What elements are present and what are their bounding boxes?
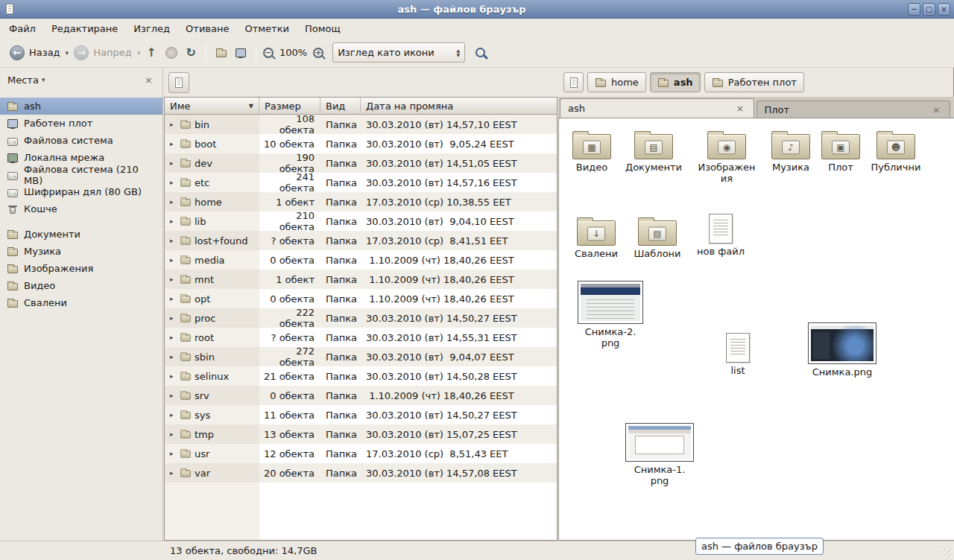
file-row[interactable]: ▸ media 0 обекта Папка 1.10.2009 (чт) 18…: [165, 250, 557, 270]
zoom-in-button[interactable]: +: [313, 48, 323, 58]
expander-icon[interactable]: ▸: [170, 353, 177, 360]
sidebar-item[interactable]: Файлова система (210 MB): [0, 166, 162, 183]
pathbar-button[interactable]: Работен плот: [704, 72, 804, 92]
sidebar-item[interactable]: Документи: [0, 226, 162, 243]
icon-view-item[interactable]: ◉ Изображен ия: [694, 129, 759, 184]
file-row[interactable]: ▸ mnt 1 обект Папка 1.10.2009 (чт) 18,40…: [165, 270, 557, 289]
titlebar[interactable]: ash — файлов браузър ─ □ ×: [0, 0, 954, 19]
column-header[interactable]: Размер: [259, 98, 320, 115]
file-row[interactable]: ▸ selinux 21 обекта Папка 30.03.2010 (вт…: [165, 366, 557, 386]
file-row[interactable]: ▸ opt 0 обекта Папка 1.10.2009 (чт) 18,4…: [165, 289, 557, 308]
file-row[interactable]: ▸ var 20 обекта Папка 30.03.2010 (вт) 14…: [165, 463, 557, 483]
location-toggle-button[interactable]: [168, 72, 189, 93]
file-row[interactable]: ▸ boot 10 обекта Папка 30.03.2010 (вт) 9…: [165, 134, 557, 153]
expander-icon[interactable]: ▸: [170, 276, 177, 283]
home-button[interactable]: [212, 44, 231, 62]
menu-item[interactable]: Изглед: [132, 22, 171, 36]
forward-history-dropdown-icon[interactable]: ▾: [136, 46, 142, 60]
close-button[interactable]: ×: [938, 3, 950, 16]
sidebar-item[interactable]: Видео: [0, 277, 162, 294]
forward-button[interactable]: → Напред: [70, 42, 135, 63]
caret-down-icon[interactable]: ▾: [42, 76, 45, 83]
pathbar-button[interactable]: home: [587, 72, 646, 92]
menu-item[interactable]: Редактиране: [50, 22, 119, 36]
icon-view-item[interactable]: ▤ Документи: [621, 129, 686, 173]
maximize-button[interactable]: □: [923, 3, 935, 16]
tab[interactable]: ash ×: [560, 98, 754, 118]
expander-icon[interactable]: ▸: [170, 217, 177, 225]
expander-icon[interactable]: ▸: [170, 256, 177, 264]
sidebar-item[interactable]: Свалени: [0, 294, 162, 311]
column-header[interactable]: Вид: [320, 98, 361, 115]
icon-view-item[interactable]: Снимка-1. png: [622, 423, 697, 486]
icon-view-item[interactable]: Снимка-2. png: [575, 281, 646, 349]
file-row[interactable]: ▸ sys 11 обекта Папка 30.03.2010 (вт) 14…: [165, 405, 557, 424]
expander-icon[interactable]: ▸: [170, 314, 177, 322]
file-row[interactable]: ▸ lost+found ? обекта Папка 17.03.2010 (…: [165, 231, 557, 250]
tab[interactable]: Плот ×: [756, 101, 951, 118]
icon-view-item[interactable]: ↓ Свалени: [563, 215, 629, 259]
file-row[interactable]: ▸ sbin 272 обекта Папка 30.03.2010 (вт) …: [165, 347, 557, 366]
menu-item[interactable]: Файл: [7, 22, 37, 36]
expander-icon[interactable]: ▸: [170, 159, 177, 167]
expander-icon[interactable]: ▸: [170, 237, 177, 244]
tab-close-icon[interactable]: ×: [931, 105, 942, 115]
file-row[interactable]: ▸ lib 210 обекта Папка 30.03.2010 (вт) 9…: [165, 211, 557, 231]
file-row[interactable]: ▸ usr 12 обекта Папка 17.03.2010 (ср) 8,…: [165, 444, 557, 463]
icon-view-item[interactable]: нов файл: [688, 214, 754, 257]
sidebar-close-button[interactable]: ×: [142, 74, 155, 86]
sidebar-item[interactable]: Шифриран дял (80 GB): [0, 183, 162, 200]
expander-icon[interactable]: ▸: [170, 392, 177, 399]
expander-icon[interactable]: ▸: [170, 372, 177, 380]
up-button[interactable]: ↑: [142, 45, 160, 60]
file-row[interactable]: ▸ dev 190 обекта Папка 30.03.2010 (вт) 1…: [165, 153, 557, 173]
expander-icon[interactable]: ▸: [170, 179, 177, 186]
file-row[interactable]: ▸ root ? обекта Папка 30.03.2010 (вт) 14…: [165, 328, 557, 347]
expander-icon[interactable]: ▸: [170, 450, 177, 457]
pathbar-button[interactable]: ash: [650, 72, 701, 92]
menu-item[interactable]: Помощ: [303, 22, 342, 36]
expander-icon[interactable]: ▸: [170, 469, 177, 477]
file-row[interactable]: ▸ srv 0 обекта Папка 1.10.2009 (чт) 18,4…: [165, 386, 557, 405]
search-icon[interactable]: [476, 48, 485, 57]
expander-icon[interactable]: ▸: [170, 198, 177, 206]
back-history-dropdown-icon[interactable]: ▾: [64, 46, 71, 60]
menu-item[interactable]: Отметки: [243, 22, 290, 36]
expander-icon[interactable]: ▸: [170, 140, 177, 147]
icon-view-item[interactable]: Снимка.png: [805, 322, 879, 378]
sidebar-item[interactable]: Кошче: [0, 200, 162, 217]
file-row[interactable]: ▸ home 1 обект Папка 17.03.2010 (ср) 10,…: [165, 192, 557, 211]
view-mode-select[interactable]: Изглед като икони ▲▼: [332, 42, 465, 63]
sidebar-item[interactable]: Файлова система: [0, 132, 162, 149]
stop-button[interactable]: [165, 47, 177, 59]
icon-view-item[interactable]: ▤ Шаблони: [625, 215, 690, 259]
zoom-out-button[interactable]: −: [263, 48, 274, 58]
icon-view[interactable]: ▦ Видео ▤ Документи: [558, 118, 954, 541]
sidebar-item[interactable]: Музика: [0, 243, 162, 260]
file-row[interactable]: ▸ tmp 13 обекта Папка 30.03.2010 (вт) 15…: [165, 424, 557, 444]
icon-view-item[interactable]: ☻ Публични: [863, 129, 929, 173]
pathbar-filesystem-button[interactable]: [563, 72, 584, 92]
resize-grip[interactable]: [943, 549, 953, 559]
back-button[interactable]: ← Назад: [6, 42, 64, 63]
file-row[interactable]: ▸ proc 222 обекта Папка 30.03.2010 (вт) …: [165, 308, 557, 328]
places-label[interactable]: Места: [7, 74, 39, 86]
icon-view-item[interactable]: ▦ Видео: [559, 129, 625, 173]
tab-close-icon[interactable]: ×: [735, 104, 746, 113]
taskbar-window-button[interactable]: ash — файлов браузър: [695, 538, 824, 555]
column-header[interactable]: Име ▼: [165, 98, 259, 115]
file-row[interactable]: ▸ bin 108 обекта Папка 30.03.2010 (вт) 1…: [165, 115, 557, 134]
minimize-button[interactable]: ─: [908, 3, 920, 16]
file-row[interactable]: ▸ etc 241 обекта Папка 30.03.2010 (вт) 1…: [165, 173, 557, 192]
computer-button[interactable]: [231, 44, 250, 62]
column-header[interactable]: Дата на промяна: [361, 98, 557, 115]
expander-icon[interactable]: ▸: [170, 295, 177, 302]
sidebar-item[interactable]: Изображения: [0, 260, 162, 277]
expander-icon[interactable]: ▸: [170, 430, 177, 438]
sidebar-item[interactable]: Работен плот: [0, 115, 162, 132]
reload-button[interactable]: ↻: [182, 45, 200, 60]
expander-icon[interactable]: ▸: [170, 411, 177, 419]
icon-view-item[interactable]: list: [705, 333, 771, 376]
sidebar-item[interactable]: ash: [0, 98, 162, 115]
menu-item[interactable]: Отиване: [184, 22, 230, 36]
